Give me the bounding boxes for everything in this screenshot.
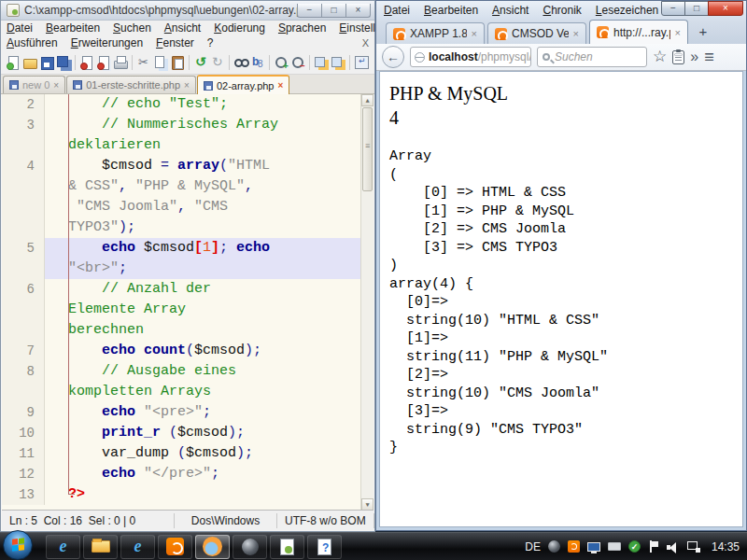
close-all-icon[interactable]: [95, 54, 112, 71]
new-file-icon[interactable]: [5, 54, 21, 71]
firefox-menu-chronik[interactable]: Chronik: [543, 4, 581, 17]
firefox-menu-lesezeichen[interactable]: Lesezeichen: [596, 4, 658, 17]
undo-icon[interactable]: [192, 54, 209, 71]
search-input[interactable]: Suchen: [537, 47, 647, 67]
menu-datei[interactable]: Datei: [7, 21, 33, 35]
tab-close-icon[interactable]: ×: [278, 80, 284, 91]
browser-tab-http-ray-php[interactable]: http://...ray.php×: [589, 20, 688, 44]
xampp-favicon: [597, 26, 609, 38]
code-text: echo $cmsod[1]; echo: [45, 238, 360, 259]
tab-close-icon[interactable]: ×: [53, 80, 59, 91]
find-icon[interactable]: [233, 54, 249, 71]
menu-bearbeiten[interactable]: Bearbeiten: [46, 21, 100, 35]
new-tab-button[interactable]: +: [691, 23, 715, 42]
line-number: [2, 135, 45, 156]
back-button[interactable]: ←: [382, 46, 404, 68]
tray-action-center-flag-icon[interactable]: [648, 540, 659, 553]
open-file-icon[interactable]: [21, 54, 38, 71]
taskbar-button-firefox[interactable]: [195, 535, 230, 559]
tab-close-icon[interactable]: ×: [573, 28, 579, 39]
paste-icon[interactable]: [169, 54, 186, 71]
save-icon[interactable]: [38, 54, 55, 71]
taskbar-button-media-player[interactable]: [233, 535, 267, 559]
code-text: ?>: [45, 484, 360, 505]
sync-v-icon[interactable]: [313, 54, 330, 71]
toolbar-separator: [309, 55, 310, 70]
print-icon[interactable]: [112, 54, 129, 71]
browser-tab-xampp-1-8-3[interactable]: XAMPP 1.8.3×: [386, 22, 485, 44]
code-text: $cmsod = array("HTML: [45, 156, 360, 176]
hamburger-menu-icon[interactable]: ≡: [704, 49, 714, 64]
minimize-button[interactable]: −: [661, 1, 685, 16]
bookmarks-list-icon[interactable]: [672, 50, 684, 64]
url-bar[interactable]: localhost /phpmysql/uel ▾ ↻: [410, 47, 531, 67]
taskbar-button-internet-explorer-2[interactable]: e: [120, 535, 155, 559]
language-indicator[interactable]: DE: [525, 540, 541, 553]
editor-tab-02-array-php[interactable]: 02-array.php×: [197, 75, 289, 94]
menu-suchen[interactable]: Suchen: [113, 21, 151, 35]
code-row: TYPO3");: [2, 217, 374, 238]
close-button[interactable]: ×: [708, 1, 743, 16]
code-text: // echo "Test";: [45, 94, 360, 115]
menubar-close-button[interactable]: X: [362, 37, 369, 49]
firefox-menu-datei[interactable]: Datei: [384, 4, 410, 17]
taskbar-button-internet-explorer[interactable]: e: [46, 535, 80, 559]
menu-[interactable]: ?: [207, 36, 214, 49]
editor-tab-01-erste-schritte-php[interactable]: 01-erste-schritte.php×: [66, 76, 196, 93]
redo-icon[interactable]: [209, 54, 226, 71]
tray-keyboard-icon[interactable]: [608, 542, 621, 551]
saved-file-icon: [9, 80, 19, 90]
taskbar-button-windows-explorer[interactable]: [83, 535, 118, 559]
tray-volume-icon[interactable]: [667, 541, 680, 553]
editor-tab-new-0[interactable]: new 0×: [3, 76, 65, 93]
menu-erweiterungen[interactable]: Erweiterungen: [71, 36, 143, 49]
editor-scrollbar[interactable]: ▲ ▼: [360, 94, 374, 511]
menu-ansicht[interactable]: Ansicht: [164, 21, 201, 35]
taskbar-button-xampp[interactable]: [158, 535, 192, 559]
cut-icon[interactable]: [135, 54, 152, 71]
save-all-icon[interactable]: [55, 54, 72, 71]
tab-close-icon[interactable]: ×: [184, 80, 190, 91]
browser-tab-cmsod-versio[interactable]: CMSOD Versio...×: [487, 22, 586, 44]
bookmark-star-icon[interactable]: ☆: [653, 49, 667, 64]
start-button[interactable]: [3, 530, 33, 560]
menu-sprachen[interactable]: Sprachen: [278, 21, 326, 35]
tray-xampp-icon[interactable]: [568, 540, 580, 553]
taskbar-button-help-file[interactable]: [307, 535, 342, 559]
menu-fenster[interactable]: Fenster: [156, 36, 194, 49]
replace-icon[interactable]: [249, 54, 266, 71]
copy-icon[interactable]: [152, 54, 169, 71]
taskbar-clock[interactable]: 14:35: [712, 540, 740, 553]
firefox-menu-ansicht[interactable]: Ansicht: [492, 4, 529, 17]
line-number: 8: [2, 361, 45, 382]
tray-display-icon[interactable]: [587, 542, 600, 552]
scroll-up-icon[interactable]: ▲: [361, 94, 374, 106]
maximize-button[interactable]: □: [684, 1, 709, 16]
tray-app-sphere-icon[interactable]: [548, 540, 560, 553]
tab-close-icon[interactable]: ×: [472, 28, 477, 39]
code-editor[interactable]: 2 // echo "Test";3 // Nummerisches Array…: [2, 94, 374, 511]
menu-kodierung[interactable]: Kodierung: [214, 21, 265, 35]
line-number: 2: [2, 94, 45, 115]
menu-ausf-hren[interactable]: Ausführen: [7, 36, 58, 49]
close-button[interactable]: ×: [345, 4, 371, 18]
maximize-button[interactable]: □: [321, 4, 346, 18]
sync-h-icon[interactable]: [330, 54, 346, 71]
code-text: echo count($cmsod);: [45, 341, 360, 361]
line-number: 6: [2, 279, 45, 300]
windows-explorer-icon: [92, 540, 110, 553]
scrollbar-thumb[interactable]: [362, 107, 373, 191]
word-wrap-icon[interactable]: [353, 54, 370, 71]
zoom-in-icon[interactable]: [273, 54, 289, 71]
tab-close-icon[interactable]: ×: [675, 27, 681, 38]
firefox-menu-bearbeiten[interactable]: Bearbeiten: [424, 4, 478, 17]
minimize-button[interactable]: −: [297, 4, 322, 18]
close-icon[interactable]: [78, 54, 95, 71]
zoom-out-icon[interactable]: [289, 54, 306, 71]
overflow-chevron-icon[interactable]: »: [690, 49, 698, 64]
tray-network-icon[interactable]: [687, 541, 700, 553]
notepadpp-titlebar[interactable]: C:\xampp-cmsod\htdocs\phpmysql\uebungen\…: [1, 1, 374, 21]
taskbar-button-notepadpp[interactable]: [270, 535, 304, 559]
code-row: 6 // Anzahl der: [2, 279, 374, 300]
tray-antivirus-icon[interactable]: ✓: [628, 540, 641, 553]
